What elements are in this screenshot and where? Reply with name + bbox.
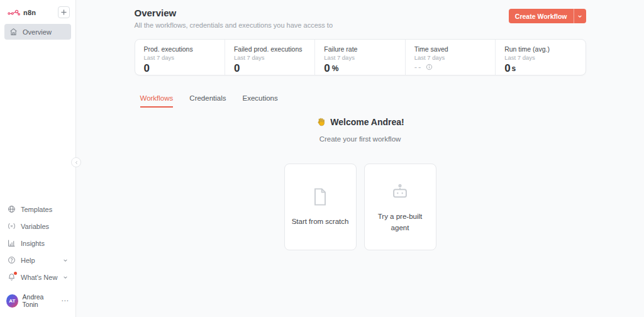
prebuilt-agent-card[interactable]: Try a pre-built agent	[364, 164, 436, 250]
bell-icon	[8, 273, 16, 281]
user-menu[interactable]: AT Andrea Tonin ⋯	[0, 286, 75, 313]
sidebar-item-label: What's New	[21, 274, 57, 281]
info-icon[interactable]	[426, 64, 433, 70]
sidebar-collapse-button[interactable]	[71, 157, 81, 167]
welcome-block: Welcome Andrea! Create your first workfl…	[135, 117, 586, 143]
card-label: Try a pre-built agent	[371, 211, 430, 234]
sidebar-item-insights[interactable]: Insights	[0, 235, 75, 252]
chevron-down-icon	[63, 258, 68, 263]
welcome-subtitle: Create your first workflow	[135, 135, 586, 143]
sidebar: n8n Overview Templates V	[0, 0, 76, 317]
sidebar-item-variables[interactable]: Variables	[0, 218, 75, 235]
home-icon	[9, 28, 18, 36]
sidebar-item-label: Variables	[21, 223, 49, 230]
n8n-logo: n8n	[8, 9, 36, 16]
welcome-title: Welcome Andrea!	[316, 117, 404, 127]
sidebar-item-help[interactable]: Help	[0, 252, 75, 269]
sidebar-item-label: Help	[21, 257, 35, 264]
more-options-icon[interactable]: ⋯	[61, 296, 69, 305]
start-from-scratch-card[interactable]: Start from scratch	[284, 164, 357, 250]
create-workflow-dropdown[interactable]	[574, 9, 586, 23]
stat-value: 0	[144, 63, 150, 74]
brand-name: n8n	[23, 9, 36, 16]
create-workflow-label: Create Workflow	[509, 9, 574, 23]
sidebar-bottom-nav: Templates Variables Insights Help	[0, 201, 75, 313]
create-workflow-button[interactable]: Create Workflow	[509, 9, 586, 23]
sidebar-header: n8n	[0, 5, 75, 24]
stat-value: 0	[324, 63, 330, 74]
n8n-logo-icon	[8, 9, 20, 16]
document-icon	[310, 187, 330, 207]
stat-unit: %	[332, 64, 339, 74]
sidebar-item-label: Overview	[23, 28, 52, 36]
user-name: Andrea Tonin	[23, 293, 57, 308]
stat-unit: s	[512, 64, 516, 74]
tab-credentials[interactable]: Credentials	[189, 94, 226, 108]
stats-bar: Prod. executions Last 7 days 0 Failed pr…	[135, 39, 586, 75]
tab-executions[interactable]: Executions	[243, 94, 278, 108]
page-subtitle: All the workflows, credentials and execu…	[135, 21, 333, 29]
stat-value: --	[414, 63, 423, 71]
stat-run-time: Run time (avg.) Last 7 days 0 s	[495, 40, 585, 75]
sidebar-item-label: Templates	[21, 206, 52, 213]
page-title: Overview	[135, 8, 333, 18]
main-content: Overview All the workflows, credentials …	[76, 0, 644, 317]
stat-prod-executions: Prod. executions Last 7 days 0	[135, 40, 225, 75]
stat-failure-rate: Failure rate Last 7 days 0 %	[314, 40, 404, 75]
stat-value: 0	[234, 63, 240, 74]
starter-cards: Start from scratch Try a pre-built agent	[135, 164, 586, 250]
tab-workflows[interactable]: Workflows	[140, 94, 174, 108]
avatar: AT	[6, 294, 18, 308]
stat-time-saved: Time saved Last 7 days --	[405, 40, 495, 75]
sidebar-item-overview[interactable]: Overview	[4, 24, 71, 40]
page-header: Overview All the workflows, credentials …	[135, 8, 586, 29]
stat-failed-prod-executions: Failed prod. executions Last 7 days 0	[225, 40, 314, 75]
sidebar-item-templates[interactable]: Templates	[0, 201, 75, 218]
bar-chart-icon	[8, 239, 16, 247]
tab-bar: Workflows Credentials Executions	[135, 94, 586, 108]
sidebar-item-label: Insights	[21, 240, 45, 247]
variables-icon	[8, 222, 16, 230]
add-workflow-button[interactable]	[58, 6, 70, 18]
app-window: n8n Overview Templates V	[0, 0, 644, 317]
chevron-down-icon	[63, 275, 68, 280]
sidebar-item-whats-new[interactable]: What's New	[0, 269, 75, 286]
notification-badge	[14, 272, 17, 275]
package-icon	[8, 205, 16, 213]
help-circle-icon	[8, 256, 16, 264]
stat-value: 0	[504, 63, 510, 74]
robot-icon	[389, 181, 411, 202]
card-label: Start from scratch	[292, 216, 349, 228]
welcome-text: Welcome Andrea!	[330, 117, 404, 127]
waving-hand-emoji	[316, 117, 326, 127]
